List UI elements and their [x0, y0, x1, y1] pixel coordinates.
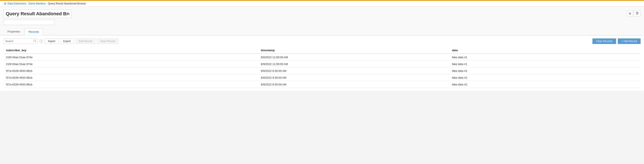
- toolbar-left: ? Import Export Edit Record Clear Record: [4, 38, 118, 44]
- page-title-input[interactable]: [4, 9, 72, 18]
- breadcrumb-back-chevron: ‹: [2, 2, 3, 5]
- export-button[interactable]: Export: [60, 38, 74, 44]
- edit-record-button: Edit Record: [76, 38, 96, 44]
- table-header-row: subscriber_key timestamp data: [4, 47, 640, 54]
- help-icon[interactable]: ?: [39, 39, 43, 43]
- header-section: ⧉ Properties Records: [0, 6, 644, 35]
- tab-properties[interactable]: Properties: [4, 28, 24, 35]
- data-table: subscriber_key timestamp data 216f-04ae-…: [4, 47, 640, 88]
- trash-icon: [636, 12, 639, 15]
- table-row[interactable]: f37a-8109-4933-86cb 8/9/2022 8:30:00 AM …: [4, 81, 640, 88]
- cell-data: fake data #2: [449, 81, 640, 88]
- cell-timestamp: 8/8/2022 11:00:00 AM: [258, 54, 450, 61]
- breadcrumb-demo-bamboo-link[interactable]: Demo Bamboo: [28, 2, 46, 5]
- cell-subscriber-key: 216f-04ae-51ae-574e: [4, 54, 258, 61]
- header-actions: ⧉: [627, 10, 640, 16]
- svg-rect-1: [636, 12, 638, 12]
- breadcrumb-chevron-2: ‹: [46, 2, 47, 5]
- page-subtitle-input[interactable]: [4, 20, 54, 25]
- import-button[interactable]: Import: [45, 38, 58, 44]
- breadcrumb: ‹ ⊞ Data Extensions ‹ Demo Bamboo ‹ Quer…: [0, 1, 644, 6]
- cell-subscriber-key: 216f-04ae-51ae-574e: [4, 61, 258, 68]
- add-record-button[interactable]: + Add Record: [618, 38, 640, 44]
- table-row[interactable]: f37a-8109-4933-86cb 8/8/2022 9:30:00 AM …: [4, 74, 640, 81]
- search-wrapper: [4, 38, 38, 44]
- main-content: ? Import Export Edit Record Clear Record…: [0, 35, 644, 91]
- clear-records-button[interactable]: Clear Records: [592, 38, 616, 44]
- cell-data: fake data #1: [449, 54, 640, 61]
- header-left: [4, 9, 72, 25]
- cell-timestamp: 8/8/2022 9:30:00 AM: [258, 74, 450, 81]
- col-header-timestamp: timestamp: [258, 47, 450, 54]
- cell-data: fake data #2: [449, 68, 640, 74]
- breadcrumb-current: Query Result Abandoned Browse: [48, 2, 86, 5]
- cell-timestamp: 8/9/2022 8:30:00 AM: [258, 81, 450, 88]
- cell-subscriber-key: f37a-8109-4933-86cb: [4, 81, 258, 88]
- cell-subscriber-key: f37a-8109-4933-86cb: [4, 74, 258, 81]
- cell-timestamp: 8/9/2022 11:00:00 AM: [258, 61, 450, 68]
- col-header-subscriber-key: subscriber_key: [4, 47, 258, 54]
- table-row[interactable]: f37a-8109-4933-86cb 8/8/2022 8:30:00 AM …: [4, 68, 640, 74]
- tabs: Properties Records: [4, 28, 640, 35]
- cell-timestamp: 8/8/2022 8:30:00 AM: [258, 68, 450, 74]
- cell-data: fake data #1: [449, 61, 640, 68]
- search-input[interactable]: [4, 38, 38, 44]
- breadcrumb-chevron-1: ‹: [27, 2, 28, 5]
- table-row[interactable]: 216f-04ae-51ae-574e 8/8/2022 11:00:00 AM…: [4, 54, 640, 61]
- table-row[interactable]: 216f-04ae-51ae-574e 8/9/2022 11:00:00 AM…: [4, 61, 640, 68]
- delete-button[interactable]: [634, 10, 640, 16]
- breadcrumb-data-extensions-link[interactable]: Data Extensions: [8, 2, 26, 5]
- clear-record-button: Clear Record: [97, 38, 118, 44]
- cell-subscriber-key: f37a-8109-4933-86cb: [4, 68, 258, 74]
- toolbar: ? Import Export Edit Record Clear Record…: [4, 38, 640, 44]
- data-extensions-grid-icon: ⊞: [4, 2, 6, 5]
- copy-button[interactable]: ⧉: [627, 10, 633, 16]
- col-header-data: data: [449, 47, 640, 54]
- cell-data: fake data #2: [449, 74, 640, 81]
- tab-records[interactable]: Records: [24, 28, 43, 35]
- toolbar-right: Clear Records + Add Record: [592, 38, 640, 44]
